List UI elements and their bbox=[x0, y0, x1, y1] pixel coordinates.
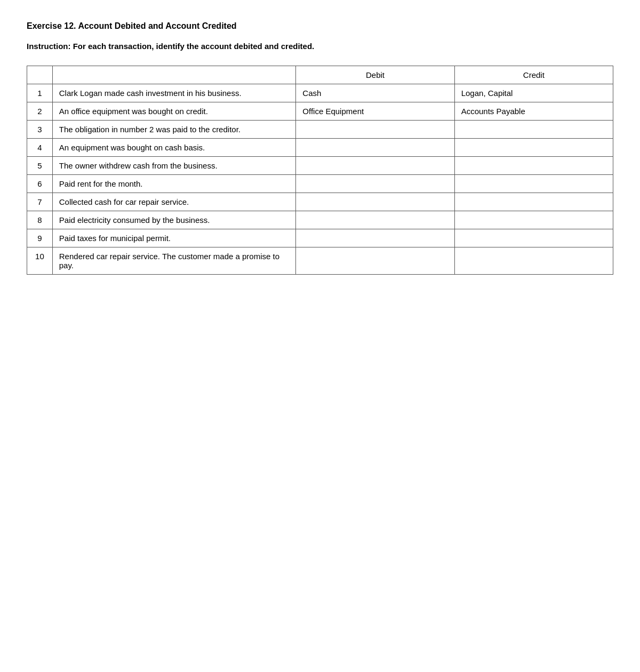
header-credit: Credit bbox=[454, 66, 613, 84]
header-debit: Debit bbox=[296, 66, 454, 84]
table-row: 5The owner withdrew cash from the busine… bbox=[27, 157, 613, 175]
table-row: 3The obligation in number 2 was paid to … bbox=[27, 121, 613, 139]
table-row: 10Rendered car repair service. The custo… bbox=[27, 247, 613, 275]
table-header-row: Debit Credit bbox=[27, 66, 613, 84]
row-description: Paid taxes for municipal permit. bbox=[52, 229, 296, 247]
table-row: 7Collected cash for car repair service. bbox=[27, 193, 613, 211]
header-num bbox=[27, 66, 53, 84]
row-description: Paid rent for the month. bbox=[52, 175, 296, 193]
row-number: 8 bbox=[27, 211, 53, 229]
row-number: 6 bbox=[27, 175, 53, 193]
row-number: 4 bbox=[27, 139, 53, 157]
exercise-title: Exercise 12. Account Debited and Account… bbox=[27, 21, 613, 31]
row-description: Rendered car repair service. The custome… bbox=[52, 247, 296, 275]
row-debit: Office Equipment bbox=[296, 102, 454, 121]
row-number: 2 bbox=[27, 102, 53, 121]
table-row: 2An office equipment was bought on credi… bbox=[27, 102, 613, 121]
row-number: 5 bbox=[27, 157, 53, 175]
row-description: Collected cash for car repair service. bbox=[52, 193, 296, 211]
row-credit bbox=[454, 247, 613, 275]
table-row: 4An equipment was bought on cash basis. bbox=[27, 139, 613, 157]
row-credit bbox=[454, 139, 613, 157]
instruction-label: Instruction: bbox=[27, 42, 71, 51]
row-number: 3 bbox=[27, 121, 53, 139]
row-description: The obligation in number 2 was paid to t… bbox=[52, 121, 296, 139]
row-number: 10 bbox=[27, 247, 53, 275]
table-row: 9Paid taxes for municipal permit. bbox=[27, 229, 613, 247]
row-debit bbox=[296, 247, 454, 275]
row-description: An office equipment was bought on credit… bbox=[52, 102, 296, 121]
instruction-text: For each transaction, identify the accou… bbox=[73, 42, 315, 51]
exercise-table: Debit Credit 1Clark Logan made cash inve… bbox=[27, 66, 613, 275]
row-credit bbox=[454, 229, 613, 247]
row-credit bbox=[454, 193, 613, 211]
table-row: 6Paid rent for the month. bbox=[27, 175, 613, 193]
row-debit bbox=[296, 211, 454, 229]
header-desc bbox=[52, 66, 296, 84]
row-debit bbox=[296, 139, 454, 157]
table-row: 8Paid electricity consumed by the busine… bbox=[27, 211, 613, 229]
row-debit bbox=[296, 121, 454, 139]
row-description: Clark Logan made cash investment in his … bbox=[52, 84, 296, 102]
row-description: The owner withdrew cash from the busines… bbox=[52, 157, 296, 175]
table-row: 1Clark Logan made cash investment in his… bbox=[27, 84, 613, 102]
row-credit bbox=[454, 121, 613, 139]
row-debit bbox=[296, 157, 454, 175]
row-debit: Cash bbox=[296, 84, 454, 102]
row-debit bbox=[296, 229, 454, 247]
row-credit bbox=[454, 157, 613, 175]
row-description: Paid electricity consumed by the busines… bbox=[52, 211, 296, 229]
row-credit bbox=[454, 175, 613, 193]
row-description: An equipment was bought on cash basis. bbox=[52, 139, 296, 157]
row-credit bbox=[454, 211, 613, 229]
row-credit: Logan, Capital bbox=[454, 84, 613, 102]
row-number: 7 bbox=[27, 193, 53, 211]
row-number: 9 bbox=[27, 229, 53, 247]
row-credit: Accounts Payable bbox=[454, 102, 613, 121]
row-debit bbox=[296, 193, 454, 211]
row-number: 1 bbox=[27, 84, 53, 102]
instruction-block: Instruction: For each transaction, ident… bbox=[27, 42, 613, 51]
row-debit bbox=[296, 175, 454, 193]
